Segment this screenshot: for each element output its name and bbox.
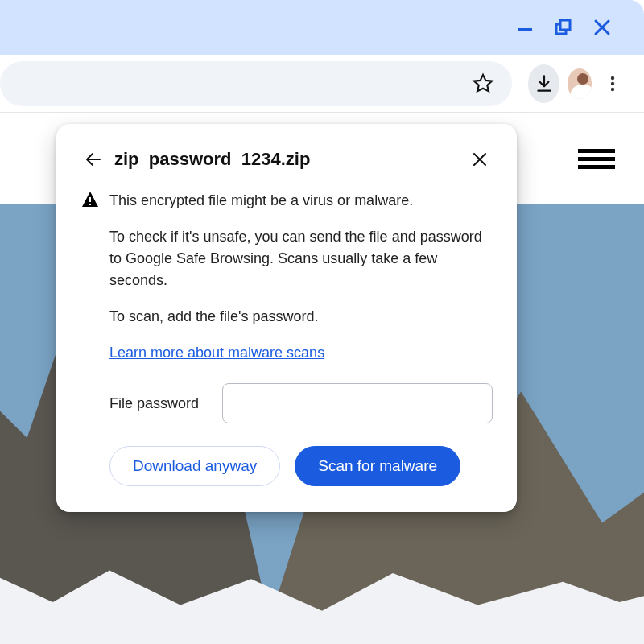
svg-rect-7 [89, 204, 91, 205]
download-warning-popup: zip_password_1234.zip This encrypted fil… [56, 124, 517, 512]
file-password-input[interactable] [222, 383, 493, 423]
warning-headline: This encrypted file might be a virus or … [109, 190, 493, 212]
browser-toolbar [0, 55, 644, 113]
restore-icon [554, 18, 573, 37]
download-anyway-button[interactable]: Download anyway [109, 446, 280, 486]
arrow-back-icon [84, 150, 103, 169]
minimize-icon [516, 19, 534, 36]
svg-point-3 [611, 76, 614, 80]
window-restore-button[interactable] [544, 8, 583, 47]
window-minimize-button[interactable] [506, 8, 544, 47]
popup-filename: zip_password_1234.zip [114, 149, 467, 170]
popup-header: zip_password_1234.zip [80, 147, 493, 172]
learn-more-link[interactable]: Learn more about malware scans [109, 345, 324, 361]
svg-rect-6 [89, 197, 91, 202]
warning-body: To check if it's unsafe, you can send th… [109, 226, 493, 291]
browser-menu-button[interactable] [597, 64, 628, 103]
download-icon [534, 73, 555, 94]
profile-avatar[interactable] [568, 68, 592, 99]
svg-point-4 [611, 82, 614, 85]
password-field-row: File password [109, 383, 493, 423]
close-icon [471, 151, 489, 168]
popup-actions: Download anyway Scan for malware [109, 446, 493, 486]
warning-icon [80, 190, 100, 209]
window-close-button[interactable] [583, 8, 621, 47]
omnibox[interactable] [0, 61, 512, 106]
close-icon [593, 19, 611, 36]
site-menu-button[interactable] [578, 145, 615, 173]
star-icon[interactable] [472, 72, 494, 95]
downloads-button[interactable] [528, 64, 559, 103]
window-titlebar [0, 0, 644, 55]
scan-for-malware-button[interactable]: Scan for malware [295, 446, 460, 486]
popup-close-button[interactable] [467, 147, 493, 172]
popup-body: This encrypted file might be a virus or … [80, 190, 493, 364]
menu-icon [578, 149, 615, 153]
svg-rect-2 [560, 20, 570, 30]
browser-window: zip_password_1234.zip This encrypted fil… [0, 0, 644, 644]
svg-point-5 [611, 88, 614, 91]
kebab-icon [604, 75, 621, 93]
svg-rect-0 [518, 28, 532, 31]
popup-back-button[interactable] [80, 147, 106, 172]
warning-prompt: To scan, add the file's password. [109, 306, 493, 328]
password-label: File password [109, 395, 222, 412]
